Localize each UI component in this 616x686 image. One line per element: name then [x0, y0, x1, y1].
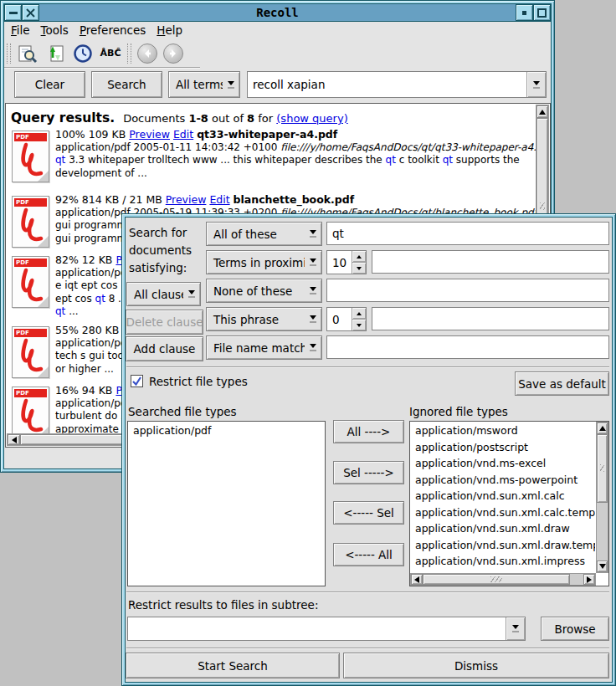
menu-help[interactable]: Help	[157, 23, 182, 37]
ignored-hscrollbar[interactable]	[410, 573, 596, 586]
pdf-file-icon[interactable]: PDF	[12, 387, 49, 433]
scroll-thumb[interactable]	[597, 434, 608, 503]
pdf-file-icon[interactable]: PDF	[12, 326, 49, 378]
query-combo[interactable]: recoll xapian	[247, 71, 547, 98]
file-type-item[interactable]: application/vnd.sun.xml.draw	[411, 520, 595, 537]
start-search-button[interactable]: Start Search	[126, 653, 340, 678]
browse-button[interactable]: Browse	[541, 617, 609, 641]
add-clause-button[interactable]: Add clause	[126, 336, 203, 361]
maximize-button[interactable]	[533, 4, 551, 21]
file-type-item[interactable]: application/vnd.sun.xml.calc	[411, 488, 595, 504]
toolbar-handle[interactable]	[127, 44, 131, 64]
move-all-left-button[interactable]: <----- All	[333, 543, 404, 566]
subtree-input[interactable]	[128, 617, 506, 640]
scroll-down-button[interactable]	[597, 561, 608, 572]
term-explorer-icon[interactable]: ÅBĈ	[100, 43, 121, 64]
toolbar-handle[interactable]	[7, 44, 11, 64]
document-preview-icon[interactable]	[17, 43, 38, 64]
save-as-default-button[interactable]: Save as default	[515, 371, 609, 396]
forward-icon[interactable]	[163, 44, 183, 64]
search-mode-combo[interactable]: All terms	[168, 71, 240, 98]
conjunct-combo[interactable]: All clauses	[126, 282, 201, 306]
close-button[interactable]	[22, 4, 39, 21]
ignored-filetypes-list[interactable]: application/mswordapplication/postscript…	[409, 421, 609, 586]
clause-value-input[interactable]: qt	[326, 222, 609, 245]
window-menu-button[interactable]	[4, 4, 22, 21]
pdf-file-icon[interactable]: PDF	[12, 196, 49, 248]
clause-type-combo[interactable]: File name matching	[206, 335, 322, 360]
pdf-label: PDF	[14, 389, 47, 397]
preview-link[interactable]: Preview	[166, 193, 207, 206]
result-filename: blanchette_book.pdf	[234, 193, 355, 206]
check-icon	[131, 376, 142, 387]
scroll-right-button[interactable]	[583, 574, 595, 585]
search-button[interactable]: Search	[91, 71, 162, 98]
scroll-up-button[interactable]	[536, 105, 548, 118]
clause-slack-spinner[interactable]: 10	[326, 250, 367, 274]
menu-tools[interactable]: Tools	[41, 23, 69, 37]
search-input[interactable]: recoll xapian	[248, 72, 526, 97]
pdf-file-icon[interactable]: PDF	[12, 256, 49, 308]
dismiss-button[interactable]: Dismiss	[343, 653, 609, 678]
move-sel-left-button[interactable]: <----- Sel	[333, 501, 404, 525]
clause-type-combo[interactable]: All of these	[206, 222, 322, 246]
results-summary: Documents 1-8 out of 8 for	[123, 112, 276, 125]
page-fold	[38, 236, 49, 247]
scroll-thumb[interactable]	[423, 574, 570, 585]
clause-type-value: File name matching	[207, 341, 305, 355]
clear-button[interactable]: Clear	[14, 71, 85, 98]
back-icon[interactable]	[137, 44, 157, 64]
history-icon[interactable]	[72, 43, 94, 64]
file-type-item[interactable]: application/vnd.ms-powerpoint	[411, 472, 595, 489]
title-bar[interactable]: Recoll	[4, 4, 551, 22]
clause-value-input[interactable]	[372, 250, 609, 274]
result-url: file:///y/home/FaqsAndDocs/qt/qt33-white…	[280, 141, 536, 153]
clause-slack-spinner[interactable]: 0	[326, 307, 367, 331]
chevron-down-icon[interactable]	[526, 72, 546, 97]
file-type-item[interactable]: application/postscript	[411, 439, 595, 456]
file-type-item[interactable]: application/pdf	[129, 422, 324, 439]
iconify-button[interactable]	[516, 4, 533, 21]
edit-link[interactable]: Edit	[173, 128, 193, 141]
clause-value-input[interactable]	[326, 279, 609, 302]
move-all-right-button[interactable]: All ---->	[333, 420, 404, 443]
show-query-link[interactable]: (show query)	[276, 112, 347, 125]
file-type-item[interactable]: application/vnd.sun.xml.draw.template	[411, 537, 595, 554]
clause-value-input[interactable]	[326, 335, 609, 359]
update-index-icon[interactable]	[44, 43, 66, 64]
spin-down-button[interactable]	[352, 262, 366, 274]
scroll-up-button[interactable]	[597, 422, 608, 434]
scroll-left-button[interactable]	[8, 434, 20, 445]
chevron-down-icon	[183, 290, 200, 298]
pdf-file-icon[interactable]: PDF	[12, 131, 49, 182]
ignored-vscrollbar[interactable]	[596, 422, 608, 573]
toolbar: ÅBĈ	[4, 39, 200, 68]
menu-preferences[interactable]: Preferences	[80, 23, 146, 37]
edit-link[interactable]: Edit	[209, 193, 229, 206]
results-title: Query results.	[11, 110, 115, 125]
clause-type-combo[interactable]: This phrase	[206, 307, 322, 331]
spin-up-button[interactable]	[352, 251, 366, 262]
file-type-item[interactable]: application/vnd.ms-excel	[411, 455, 595, 472]
clause-value-input[interactable]	[372, 307, 609, 330]
chevron-down-icon[interactable]	[506, 617, 525, 640]
file-type-item[interactable]: application/vnd.sun.xml.calc.template	[411, 504, 595, 521]
file-type-item[interactable]: application/vnd.sun.xml.impress	[411, 553, 595, 570]
minimize-icon	[9, 12, 18, 14]
restrict-filetypes-checkbox[interactable]	[131, 375, 143, 387]
subtree-combo[interactable]	[127, 617, 526, 641]
preview-link[interactable]: Preview	[129, 128, 170, 141]
iconify-icon	[522, 11, 526, 15]
move-sel-right-button[interactable]: Sel ----->	[333, 461, 404, 484]
pdf-label: PDF	[14, 198, 47, 207]
scroll-left-button[interactable]	[411, 574, 423, 585]
clause-type-combo[interactable]: None of these	[206, 279, 322, 303]
clause-type-value: All of these	[207, 228, 305, 241]
file-type-item[interactable]: application/msword	[411, 422, 595, 439]
delete-clause-button[interactable]: Delete clause	[126, 310, 203, 335]
spin-down-button[interactable]	[352, 319, 366, 330]
menu-file[interactable]: File	[11, 23, 30, 37]
searched-filetypes-list[interactable]: application/pdf	[127, 421, 326, 586]
spin-up-button[interactable]	[352, 308, 366, 319]
clause-type-combo[interactable]: Terms in proximity	[206, 250, 322, 274]
